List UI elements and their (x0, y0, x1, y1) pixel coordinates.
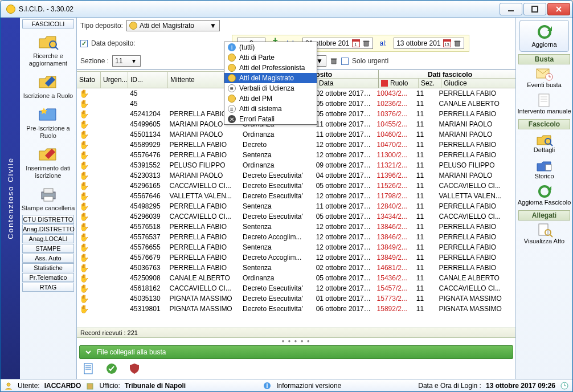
col-sez[interactable]: Sez. (419, 79, 441, 88)
sezione-combo[interactable]: 11 ▾ (112, 55, 141, 67)
cell-giudice: CACCAVIELLO CI... (436, 284, 515, 292)
table-row[interactable]: ✋45296039CACCAVIELLO CI...Decreto Esecut… (77, 211, 515, 222)
tipo-deposito-combo[interactable]: Atti del Magistrato ▼ (126, 20, 220, 31)
visualizza-atto-button[interactable]: Visualizza Atto (516, 220, 572, 247)
cell-giudice: PERRELLA FABIO (436, 151, 515, 159)
table-row[interactable]: ✋45319801PIGNATA MASSIMODecreto Esecutiv… (77, 304, 515, 314)
sidebar-item-inserimento[interactable]: Inserimento dati iscrizione (20, 142, 76, 182)
info-icon[interactable]: i (263, 381, 272, 390)
intervento-manuale-button[interactable]: Intervento manuale (516, 91, 572, 117)
dropdown-item[interactable]: ≡Verbali di Udienza (224, 83, 317, 93)
cell-id: 45618162 (128, 284, 167, 292)
cell-data: 01 ottobre 2017 2... (314, 295, 375, 303)
eventi-busta-button[interactable]: Eventi busta (516, 64, 572, 91)
aggiorna-button[interactable]: Aggiorna (519, 20, 569, 52)
col-ruolo[interactable]: Ruolo (379, 79, 419, 88)
sidebar-mini-button[interactable]: CTU DISTRETTO (22, 215, 74, 224)
svg-point-8 (539, 26, 550, 38)
cell-stato: ✋ (77, 222, 101, 231)
combo-value: 11 (115, 57, 122, 65)
dettagli-button[interactable]: Dettagli (516, 129, 572, 156)
table-row[interactable]: ✋45567646VALLETTA VALEN...Decreto Esecut… (77, 191, 515, 201)
info-versione-link[interactable]: Informazioni versione (276, 382, 341, 390)
sidebar-mini-button[interactable]: STAMPE (22, 244, 74, 253)
sidebar-mini-button[interactable]: Pr.Telematico (22, 273, 74, 282)
dropdown-item[interactable]: Atti di Parte (224, 52, 317, 63)
calendar-icon[interactable]: 13 (443, 39, 451, 47)
cell-stato: ✋ (77, 191, 101, 201)
minimize-button[interactable] (500, 3, 522, 15)
cell-sez: 11 (414, 151, 437, 159)
table-row[interactable]: ✋45296165CACCAVIELLO CI...Decreto Esecut… (77, 181, 515, 191)
col-urgenza[interactable]: Urgen... (101, 72, 128, 88)
col-stato[interactable]: Stato (77, 72, 101, 88)
cell-ruolo: 11526/2... (375, 182, 414, 190)
dropdown-item[interactable]: ≡Atti di sistema (224, 104, 317, 114)
table-row[interactable]: ✋45036763PERRELLA FABIOSentenza02 ottobr… (77, 263, 515, 273)
sidebar-mini-button[interactable]: Statistiche (22, 263, 74, 272)
hand-icon: ✋ (79, 212, 89, 221)
cell-sez: 11 (414, 233, 437, 241)
cell-stato: ✋ (77, 109, 101, 119)
trash-icon[interactable] (453, 39, 461, 47)
col-id[interactable]: ID... (128, 72, 168, 88)
trash-icon[interactable] (330, 57, 338, 65)
sidebar-item-iscrizione[interactable]: Iscrizione a Ruolo (20, 70, 76, 102)
dropdown-item[interactable]: Atti del Professionista (224, 63, 317, 73)
table-row[interactable]: ✋45618162CACCAVIELLO CI...Decreto Esecut… (77, 283, 515, 293)
dropdown-item[interactable]: Atti del Magistrato (224, 73, 317, 83)
window-title: S.I.CI.D. - 3.30.02 (19, 5, 73, 13)
sidebar-header[interactable]: FASCICOLI (22, 19, 74, 28)
refresh-icon (535, 24, 554, 40)
dropdown-item[interactable]: ✕Errori Fatali (224, 114, 317, 124)
sidebar-mini-button[interactable]: RTAG (22, 283, 74, 292)
table-row[interactable]: ✋45576679PERRELLA FABIODecreto Accoglim.… (77, 252, 515, 263)
sidebar-mini-button[interactable]: Anag.DISTRETTO (22, 224, 74, 234)
table-row[interactable]: ✋45391552PELUSO FILIPPOOrdinanza09 ottob… (77, 160, 515, 170)
data-deposito-checkbox[interactable] (80, 40, 88, 47)
sidebar-item-ricerche[interactable]: Ricerche e aggiornament (20, 30, 76, 70)
cell-data: 05 ottobre 2017 0... (314, 100, 375, 108)
cell-mittente: CACCAVIELLO CI... (167, 182, 240, 190)
aggiorna-fascicolo-button[interactable]: Aggiorna Fascicolo (516, 182, 572, 208)
sidebar-mini-button[interactable]: Anag.LOCALI (22, 234, 74, 243)
calendar-icon[interactable]: 1 (352, 39, 360, 47)
check-icon[interactable] (105, 362, 118, 377)
table-row[interactable]: ✋45498295PERRELLA FABIOSentenza11 ottobr… (77, 201, 515, 211)
table-row[interactable]: ✋45576518PERRELLA FABIOSentenza12 ottobr… (77, 222, 515, 232)
splitter-handle[interactable]: ● ● ● ● ● (77, 338, 515, 344)
table-row[interactable]: ✋45576476PERRELLA FABIOSentenza12 ottobr… (77, 150, 515, 160)
table-row[interactable]: ✋45501134MARIANI PAOLOOrdinanza11 ottobr… (77, 129, 515, 140)
sidebar-item-preiscrizione[interactable]: Pre-Iscrizione a Ruolo (20, 102, 76, 142)
sidebar-mini-button[interactable]: Ass. Auto (22, 254, 74, 263)
shield-icon[interactable] (128, 362, 141, 377)
cell-sez: 11 (414, 100, 437, 108)
storico-button[interactable]: Storico (516, 156, 572, 182)
table-row[interactable]: ✋45589929PERRELLA FABIODecreto12 ottobre… (77, 140, 515, 150)
col-data[interactable]: Data (317, 79, 378, 88)
table-row[interactable]: ✋45576537PERRELLA FABIODecreto Accoglim.… (77, 232, 515, 242)
close-button[interactable] (547, 3, 570, 15)
left-category-bar[interactable]: Contenzioso Civile (1, 18, 20, 379)
cell-mittente: PERRELLA FABIO (167, 202, 240, 210)
trash-icon[interactable] (362, 39, 370, 47)
cell-atto: Ordinanza (240, 274, 314, 282)
maximize-button[interactable] (523, 3, 546, 15)
col-giudice[interactable]: Giudice (441, 79, 515, 88)
dropdown-item-label: Atti di Parte (239, 54, 275, 62)
table-row[interactable]: ✋45576655PERRELLA FABIOSentenza12 ottobr… (77, 242, 515, 252)
page-icon[interactable] (83, 362, 95, 377)
hand-icon: ✋ (79, 273, 89, 283)
table-row[interactable]: ✋45035130PIGNATA MASSIMODecreto Esecutiv… (77, 293, 515, 304)
al-date-field[interactable]: 13 ottobre 201 13 (394, 38, 464, 49)
solo-urgenti-checkbox[interactable] (341, 58, 349, 65)
sidebar-item-stampe[interactable]: Stampe cancelleria (20, 182, 76, 214)
tipo-deposito-dropdown[interactable]: i(tutti)Atti di ParteAtti del Profession… (224, 42, 317, 125)
cell-stato: ✋ (77, 212, 101, 221)
dropdown-item[interactable]: i(tutti) (224, 42, 317, 52)
file-collegati-panel-header[interactable]: File collegati alla busta (79, 345, 513, 359)
dropdown-item[interactable]: Atti del PM (224, 93, 317, 104)
cell-ruolo: 15436/2... (375, 274, 414, 282)
table-row[interactable]: ✋45250908CANALE ALBERTOOrdinanza05 ottob… (77, 273, 515, 283)
table-row[interactable]: ✋45230313MARIANI PAOLODecreto Esecutivit… (77, 170, 515, 181)
